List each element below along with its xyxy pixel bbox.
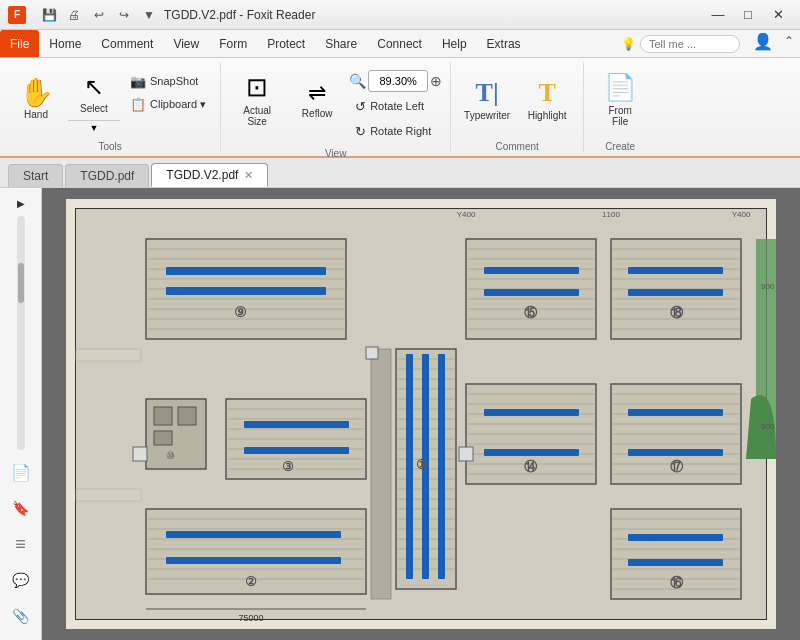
tab-tgdd-label: TGDD.pdf	[80, 169, 134, 183]
actual-size-label: ActualSize	[243, 105, 271, 127]
select-btn[interactable]: ↖ Select	[76, 66, 112, 120]
svg-rect-67	[406, 354, 413, 579]
reflow-label: Reflow	[302, 108, 333, 119]
svg-rect-136	[76, 489, 141, 501]
menu-form[interactable]: Form	[209, 30, 257, 57]
rotate-left-label: Rotate Left	[370, 100, 424, 112]
clipboard-icon: 📋	[130, 97, 146, 112]
left-scrollbar[interactable]	[17, 216, 25, 450]
svg-rect-29	[244, 421, 349, 428]
tab-tgdd[interactable]: TGDD.pdf	[65, 164, 149, 187]
bookmarks-btn[interactable]: 🔖	[5, 492, 37, 524]
typewriter-icon: T|	[476, 78, 499, 108]
minimize-btn[interactable]: —	[704, 4, 732, 26]
menu-comment[interactable]: Comment	[91, 30, 163, 57]
svg-rect-108	[484, 449, 579, 456]
nav-forward-btn[interactable]: ▶	[14, 196, 28, 210]
comments-btn[interactable]: 💬	[5, 564, 37, 596]
quick-redo-btn[interactable]: ↪	[113, 4, 135, 26]
reflow-btn[interactable]: ⇌ Reflow	[289, 66, 345, 132]
maximize-btn[interactable]: □	[734, 4, 762, 26]
pdf-area[interactable]: ⑨ ⑩ ③	[42, 188, 800, 640]
menu-bar: File Home Comment View Form Protect Shar…	[0, 30, 800, 58]
quick-save-btn[interactable]: 💾	[38, 4, 60, 26]
typewriter-btn[interactable]: T| Typewriter	[459, 66, 515, 132]
menu-view[interactable]: View	[163, 30, 209, 57]
tab-bar: Start TGDD.pdf TGDD.V2.pdf ✕	[0, 158, 800, 188]
svg-text:75000: 75000	[238, 613, 263, 623]
rotate-left-icon: ↺	[355, 99, 366, 114]
zoom-in-btn[interactable]: ⊕	[430, 73, 442, 89]
ribbon-toggle-btn[interactable]: ⌃	[778, 30, 800, 52]
hand-icon: ✋	[19, 79, 54, 107]
svg-rect-14	[166, 287, 326, 295]
snapshot-icon: 📷	[130, 74, 146, 89]
ribbon-group-tools: ✋ Hand ↖ Select ▼ 📷 SnapShot 📋 Clip	[0, 62, 221, 152]
svg-text:②: ②	[245, 574, 257, 589]
svg-text:⑮: ⑮	[524, 305, 538, 320]
svg-rect-82	[484, 289, 579, 296]
menu-help[interactable]: Help	[432, 30, 477, 57]
select-label: Select	[80, 103, 108, 114]
svg-text:③: ③	[282, 459, 294, 474]
clipboard-btn[interactable]: 📋 Clipboard ▾	[124, 93, 212, 115]
hand-btn[interactable]: ✋ Hand	[8, 66, 64, 132]
svg-text:⑱: ⑱	[670, 305, 684, 320]
menu-connect[interactable]: Connect	[367, 30, 432, 57]
rotate-right-btn[interactable]: ↻ Rotate Right	[349, 120, 442, 142]
menu-home[interactable]: Home	[39, 30, 91, 57]
tab-tgddv2[interactable]: TGDD.V2.pdf ✕	[151, 163, 268, 187]
tell-me-area: 💡	[613, 30, 748, 57]
svg-rect-135	[76, 349, 141, 361]
snapshot-btn[interactable]: 📷 SnapShot	[124, 70, 212, 92]
highlight-btn[interactable]: T Highlight	[519, 66, 575, 132]
svg-text:⑩: ⑩	[166, 450, 175, 461]
svg-text:900: 900	[761, 422, 775, 431]
svg-rect-40	[166, 531, 341, 538]
attachments-btn[interactable]: 📎	[5, 600, 37, 632]
from-file-btn[interactable]: 📄 FromFile	[592, 66, 648, 132]
menu-protect[interactable]: Protect	[257, 30, 315, 57]
hand-label: Hand	[24, 109, 48, 120]
pages-btn[interactable]: 📄	[5, 456, 37, 488]
zoom-out-btn[interactable]: 🔍	[349, 73, 366, 89]
layers-btn[interactable]: ≡	[5, 528, 37, 560]
svg-text:⑨: ⑨	[234, 304, 247, 320]
svg-rect-132	[628, 534, 723, 541]
svg-rect-107	[484, 409, 579, 416]
select-dropdown-btn[interactable]: ▼	[68, 120, 120, 134]
highlight-label: Highlight	[528, 110, 567, 121]
snapshot-label: SnapShot	[150, 75, 198, 87]
svg-text:900: 900	[761, 282, 775, 291]
svg-rect-94	[628, 267, 723, 274]
actual-size-icon: ⊡	[246, 72, 268, 103]
rotate-right-label: Rotate Right	[370, 125, 431, 137]
ribbon: ✋ Hand ↖ Select ▼ 📷 SnapShot 📋 Clip	[0, 58, 800, 158]
zoom-input[interactable]	[373, 75, 423, 87]
quick-customize-btn[interactable]: ▼	[138, 4, 160, 26]
tab-close-btn[interactable]: ✕	[244, 169, 253, 182]
app-icon: F	[8, 6, 26, 24]
tools-group-label: Tools	[98, 139, 121, 152]
quick-undo-btn[interactable]: ↩	[88, 4, 110, 26]
pdf-canvas: ⑨ ⑩ ③	[66, 199, 776, 629]
zoom-box[interactable]	[368, 70, 428, 92]
quick-print-btn[interactable]: 🖨	[63, 4, 85, 26]
svg-text:Y400: Y400	[457, 210, 476, 219]
svg-text:1100: 1100	[602, 210, 620, 219]
ribbon-group-create: 📄 FromFile Create	[584, 62, 656, 152]
left-scrollbar-thumb	[18, 263, 24, 303]
menu-extras[interactable]: Extras	[477, 30, 531, 57]
actual-size-btn[interactable]: ⊡ ActualSize	[229, 66, 285, 132]
svg-rect-120	[628, 409, 723, 416]
tab-start[interactable]: Start	[8, 164, 63, 187]
floor-plan-svg: ⑨ ⑩ ③	[66, 199, 776, 629]
account-icon[interactable]: 👤	[752, 30, 774, 52]
menu-file[interactable]: File	[0, 30, 39, 57]
close-btn[interactable]: ✕	[764, 4, 792, 26]
lightbulb-icon: 💡	[621, 37, 636, 51]
rotate-left-btn[interactable]: ↺ Rotate Left	[349, 95, 442, 117]
highlight-icon: T	[538, 78, 555, 108]
menu-share[interactable]: Share	[315, 30, 367, 57]
tell-me-input[interactable]	[640, 35, 740, 53]
